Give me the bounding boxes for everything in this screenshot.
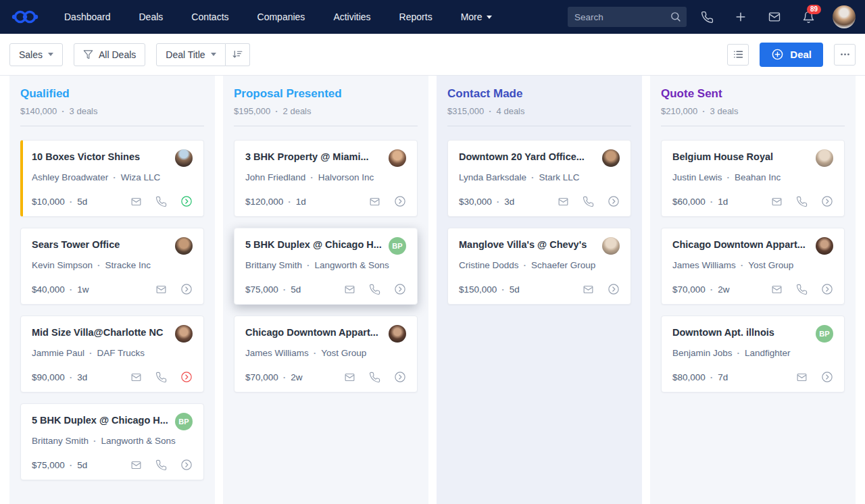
top-navbar: DashboardDealsContactsCompaniesActivitie…: [0, 0, 865, 34]
kanban-board: Qualified$140,000·3 deals10 Boxes Victor…: [0, 76, 865, 504]
deal-card[interactable]: Downtown 20 Yard Office...Lynda Barksdal…: [447, 140, 631, 217]
sort-descending-icon: [232, 49, 243, 60]
deal-card[interactable]: Downtown Apt. illnoisBPBenjamin Jobs·Lan…: [661, 316, 845, 393]
advance-stage-icon[interactable]: [394, 371, 406, 383]
mail-icon[interactable]: [155, 284, 167, 295]
search-icon[interactable]: [670, 11, 681, 22]
deal-company: Stracke Inc: [105, 260, 151, 270]
deal-amount: $70,000: [672, 284, 706, 295]
deal-age: 1d: [718, 197, 728, 207]
phone-icon[interactable]: [155, 196, 167, 207]
nav-item-companies[interactable]: Companies: [243, 0, 320, 34]
deal-avatar: [175, 149, 193, 167]
advance-stage-icon[interactable]: [180, 371, 193, 383]
cards-container: 10 Boxes Victor ShinesAshley Broadwater·…: [9, 126, 215, 497]
quick-actions: [771, 283, 833, 295]
search-input[interactable]: [568, 12, 687, 22]
deal-card[interactable]: Chicago Downtown Appart...James Williams…: [661, 228, 845, 305]
phone-icon[interactable]: [369, 372, 380, 383]
email-button[interactable]: [761, 3, 788, 30]
nav-item-reports[interactable]: Reports: [385, 0, 447, 34]
deal-card[interactable]: Mid Size Villa@Charlotte NCJammie Paul·D…: [20, 316, 204, 393]
deal-title: Chicago Downtown Appart...: [245, 326, 384, 338]
mail-icon[interactable]: [344, 284, 355, 295]
deal-age: 5d: [77, 197, 87, 207]
advance-stage-icon[interactable]: [180, 195, 193, 207]
user-avatar[interactable]: [833, 5, 856, 28]
filter-button[interactable]: All Deals: [74, 43, 145, 66]
pipeline-select[interactable]: Sales: [9, 43, 63, 66]
add-deal-button[interactable]: Deal: [760, 43, 823, 67]
mail-icon[interactable]: [369, 196, 380, 207]
deal-age: 3d: [77, 372, 87, 382]
deal-card[interactable]: Belgium House RoyalJustin Lewis·Beahan I…: [661, 140, 845, 217]
mail-icon[interactable]: [583, 284, 594, 295]
phone-icon[interactable]: [583, 196, 594, 207]
deal-title: 5 BHK Duplex @ Chicago H...: [245, 238, 387, 251]
deal-age: 5d: [291, 284, 301, 295]
advance-stage-icon[interactable]: [608, 283, 620, 295]
list-view-icon: [733, 49, 744, 60]
mail-icon[interactable]: [771, 196, 783, 207]
deal-contact: James Williams: [672, 260, 736, 270]
mail-icon[interactable]: [796, 372, 808, 383]
column-quote-sent: Quote Sent$210,000·3 dealsBelgium House …: [650, 76, 856, 504]
deal-contact: Lynda Barksdale: [459, 172, 526, 182]
deal-card[interactable]: Chicago Downtown Appart...James Williams…: [234, 316, 418, 393]
column-title: Proposal Presented: [234, 87, 418, 101]
column-header: Quote Sent$210,000·3 deals: [650, 76, 856, 116]
quick-actions: [155, 283, 193, 295]
nav-item-dashboard[interactable]: Dashboard: [50, 0, 125, 34]
mail-icon[interactable]: [130, 459, 142, 471]
list-view-button[interactable]: [727, 44, 749, 66]
deal-card[interactable]: 3 BHK Property @ Miami...John Friedland·…: [234, 140, 418, 217]
mail-icon[interactable]: [344, 372, 355, 383]
app-logo[interactable]: [9, 7, 41, 26]
phone-icon[interactable]: [155, 372, 167, 383]
sort-direction-button[interactable]: [226, 43, 250, 66]
deal-company: Beahan Inc: [735, 172, 781, 182]
call-button[interactable]: [693, 3, 720, 30]
advance-stage-icon[interactable]: [608, 195, 620, 207]
deal-card[interactable]: 10 Boxes Victor ShinesAshley Broadwater·…: [20, 140, 204, 217]
advance-stage-icon[interactable]: [180, 459, 193, 471]
deal-avatar: BP: [816, 325, 833, 343]
advance-stage-icon[interactable]: [821, 371, 833, 383]
nav-item-more[interactable]: More: [447, 0, 506, 34]
quick-actions: [344, 283, 406, 295]
navbar-right: 89: [568, 3, 856, 30]
notifications-button[interactable]: 89: [795, 3, 822, 30]
search-box: [568, 7, 687, 27]
phone-icon[interactable]: [369, 284, 380, 295]
deal-card[interactable]: Sears Tower OfficeKevin Simpson·Stracke …: [20, 228, 204, 305]
funnel-icon: [83, 49, 93, 59]
advance-stage-icon[interactable]: [180, 283, 193, 295]
advance-stage-icon[interactable]: [394, 283, 406, 295]
advance-stage-icon[interactable]: [821, 283, 833, 295]
mail-icon[interactable]: [558, 196, 569, 207]
deal-title: Sears Tower Office: [32, 238, 125, 251]
nav-item-deals[interactable]: Deals: [125, 0, 178, 34]
deal-card[interactable]: 5 BHK Duplex @ Chicago H...BPBrittany Sm…: [234, 228, 418, 305]
mail-icon[interactable]: [771, 284, 783, 295]
deal-amount: $60,000: [672, 197, 706, 207]
phone-icon[interactable]: [796, 284, 808, 295]
cards-container: 3 BHK Property @ Miami...John Friedland·…: [223, 126, 428, 409]
more-options-button[interactable]: [834, 44, 856, 66]
mail-icon[interactable]: [130, 196, 142, 207]
deal-card[interactable]: Manglove Villa's @ Chevy'sCristine Dodds…: [447, 228, 631, 305]
deal-title: Downtown 20 Yard Office...: [459, 151, 590, 163]
mail-icon[interactable]: [130, 372, 142, 383]
board-toolbar: Sales All Deals Deal Title Deal: [0, 34, 865, 76]
nav-item-activities[interactable]: Activities: [319, 0, 385, 34]
sort-field-select[interactable]: Deal Title: [156, 43, 225, 66]
nav-item-contacts[interactable]: Contacts: [177, 0, 243, 34]
deal-contact: Benjamin Jobs: [672, 348, 733, 358]
quick-add-button[interactable]: [727, 3, 754, 30]
deal-company: Wiza LLC: [121, 172, 161, 182]
advance-stage-icon[interactable]: [394, 195, 406, 207]
advance-stage-icon[interactable]: [821, 195, 833, 207]
phone-icon[interactable]: [155, 459, 167, 471]
deal-card[interactable]: 5 BHK Duplex @ Chicago H...BPBrittany Sm…: [20, 403, 204, 480]
phone-icon[interactable]: [796, 196, 808, 207]
